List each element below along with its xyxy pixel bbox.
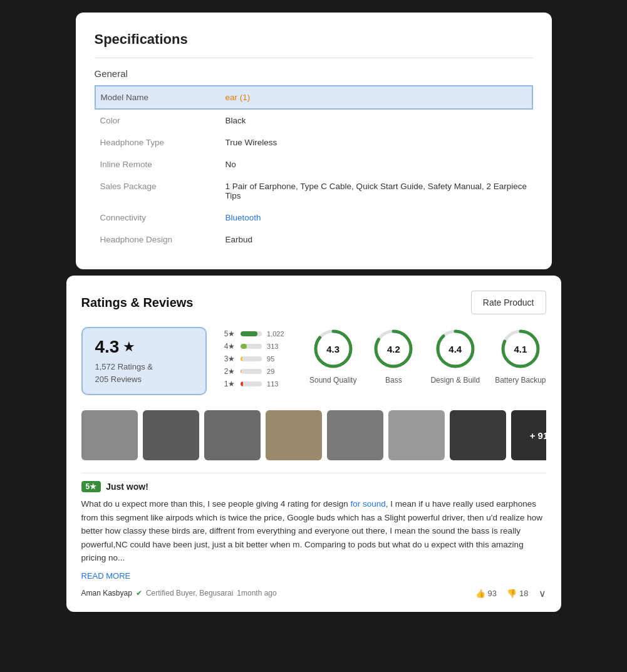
spec-value: True Wireless [220, 132, 532, 153]
review-body-part: What do u expect more than this, I see p… [81, 499, 351, 509]
verified-icon: ✔ [136, 589, 142, 597]
circle-value: 4.1 [514, 344, 527, 354]
bar-fill [241, 344, 247, 349]
bar-row: 2★29 [217, 367, 290, 376]
specs-title: Specifications [95, 31, 533, 48]
category-label: Bass [385, 376, 402, 385]
review-item: 5★ Just wow! What do u expect more than … [81, 481, 546, 599]
bar-track [241, 381, 262, 386]
ratings-title: Ratings & Reviews [81, 296, 194, 310]
helpful-up-count: 93 [488, 589, 497, 598]
bar-star-label: 4★ [217, 342, 236, 351]
specs-table: Model Nameear (1)ColorBlackHeadphone Typ… [95, 85, 533, 251]
bar-count: 113 [267, 380, 289, 388]
rating-summary-box: 4.3 ★ 1,572 Ratings & 205 Reviews [81, 327, 207, 395]
category-item: 4.1 Battery Backup [495, 327, 546, 385]
bar-count: 1,022 [267, 330, 289, 338]
bar-row: 5★1,022 [217, 329, 290, 338]
photo-thumb-4[interactable] [266, 410, 322, 460]
ratings-count: 1,572 Ratings & 205 Reviews [95, 361, 193, 385]
spec-label: Connectivity [95, 207, 220, 229]
bar-fill [241, 331, 258, 336]
ratings-header: Ratings & Reviews Rate Product [81, 291, 546, 314]
bar-track [241, 356, 262, 361]
category-label: Design & Build [430, 376, 480, 385]
circle-value: 4.3 [326, 344, 339, 354]
circle-rating: 4.1 [499, 327, 542, 371]
review-time: 1month ago [237, 589, 276, 597]
rating-bar-chart: 5★1,0224★3133★952★291★113 [217, 327, 290, 388]
chevron-down-icon: ∨ [539, 588, 546, 599]
spec-value: Earbud [220, 229, 532, 251]
photo-strip: + 91 [81, 410, 546, 460]
spec-label: Model Name [95, 86, 220, 109]
review-body-part: , I mean if u have really used earphones… [81, 499, 542, 562]
reviewer-verified: Certified Buyer, Begusarai [146, 589, 233, 597]
bar-fill [241, 369, 241, 374]
bar-row: 4★313 [217, 342, 290, 351]
spec-value: No [220, 153, 532, 175]
bar-star-label: 2★ [217, 367, 236, 376]
review-title: Just wow! [106, 482, 148, 492]
thumbs-up-icon: 👍 [475, 589, 485, 598]
bar-row: 1★113 [217, 380, 290, 388]
reviewer-info: Aman Kasbyap ✔ Certified Buyer, Begusara… [81, 589, 277, 597]
bar-fill [241, 381, 243, 386]
bar-count: 29 [267, 368, 289, 375]
bar-count: 95 [267, 355, 289, 363]
category-item: 4.4 Design & Build [430, 327, 480, 385]
circle-value: 4.2 [387, 344, 400, 354]
expand-review-button[interactable]: ∨ [539, 587, 546, 599]
read-more-link[interactable]: READ MORE [81, 571, 131, 581]
bar-star-label: 3★ [217, 354, 236, 363]
bar-star-label: 1★ [217, 380, 236, 388]
reviewer-name: Aman Kasbyap [81, 589, 132, 597]
review-badge-row: 5★ Just wow! [81, 481, 546, 492]
circle-value: 4.4 [448, 344, 462, 354]
spec-value: Bluetooth [220, 207, 532, 229]
category-ratings: 4.3 Sound Quality 4.2 Bass 4.4 Design & … [309, 327, 546, 385]
more-photos-label: + 91 [511, 410, 546, 460]
circle-rating: 4.2 [371, 327, 415, 371]
specs-divider [95, 58, 533, 58]
photo-thumb-3[interactable] [204, 410, 261, 460]
category-item: 4.3 Sound Quality [309, 327, 356, 385]
helpful-down-count: 18 [519, 589, 528, 598]
spec-label: Sales Package [95, 175, 220, 207]
photo-thumb-5[interactable] [327, 410, 383, 460]
category-label: Battery Backup [495, 376, 546, 385]
overall-score: 4.3 ★ [95, 337, 193, 357]
spec-label: Color [95, 109, 220, 132]
rate-product-button[interactable]: Rate Product [471, 291, 546, 314]
spec-value: ear (1) [220, 86, 532, 109]
bar-count: 313 [267, 343, 289, 350]
bar-row: 3★95 [217, 354, 290, 363]
overall-number: 4.3 [95, 337, 120, 357]
spec-value: Black [220, 109, 532, 132]
circle-rating: 4.3 [311, 327, 355, 371]
ratings-card: Ratings & Reviews Rate Product 4.3 ★ 1,5… [66, 276, 561, 612]
photo-thumb-2[interactable] [143, 410, 199, 460]
thumbs-down-button[interactable]: 👎 18 [507, 589, 528, 598]
spec-label: Headphone Design [95, 229, 220, 251]
review-divider [81, 473, 546, 473]
bar-track [241, 344, 262, 349]
ratings-overview: 4.3 ★ 1,572 Ratings & 205 Reviews 5★1,02… [81, 327, 546, 395]
photo-thumb-7[interactable] [450, 410, 506, 460]
spec-label: Inline Remote [95, 153, 220, 175]
circle-rating: 4.4 [433, 327, 477, 371]
thumbs-up-button[interactable]: 👍 93 [475, 589, 497, 598]
spec-value: 1 Pair of Earphone, Type C Cable, Quick … [220, 175, 532, 207]
specs-section: General [95, 68, 533, 79]
review-body: What do u expect more than this, I see p… [81, 497, 546, 565]
photo-thumb-more[interactable]: + 91 [511, 410, 546, 460]
bar-star-label: 5★ [217, 329, 236, 338]
bar-fill [241, 356, 242, 361]
photo-thumb-6[interactable] [388, 410, 445, 460]
specifications-card: Specifications General Model Nameear (1)… [76, 13, 552, 269]
review-meta-row: Aman Kasbyap ✔ Certified Buyer, Begusara… [81, 587, 546, 599]
overall-star-icon: ★ [123, 339, 135, 355]
photo-thumb-1[interactable] [81, 410, 138, 460]
helpful-row: 👍 93 👎 18 ∨ [475, 587, 546, 599]
category-item: 4.2 Bass [371, 327, 415, 385]
